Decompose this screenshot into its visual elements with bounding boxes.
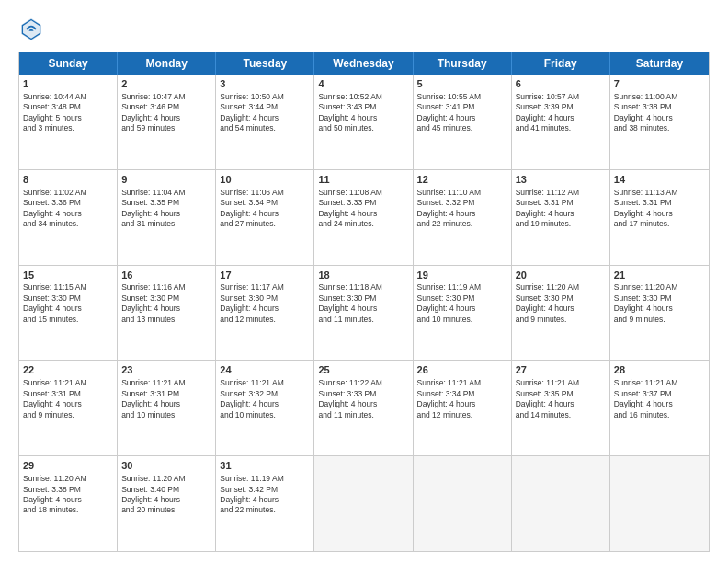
day-info-line: Sunset: 3:43 PM [318, 102, 408, 112]
day-info-line: Daylight: 5 hours [23, 113, 113, 123]
day-info-line: and 41 minutes. [516, 123, 606, 133]
day-info-line: Daylight: 4 hours [516, 209, 606, 219]
day-info-line: Daylight: 4 hours [318, 113, 408, 123]
day-info-line: Daylight: 4 hours [417, 304, 507, 314]
day-cell-25: 25Sunrise: 11:22 AMSunset: 3:33 PMDaylig… [314, 361, 413, 455]
day-info-line: and 12 minutes. [417, 410, 507, 420]
day-info-line: Sunset: 3:32 PM [220, 389, 310, 399]
day-cell-4: 4Sunrise: 10:52 AMSunset: 3:43 PMDayligh… [314, 75, 413, 169]
calendar-body: 1Sunrise: 10:44 AMSunset: 3:48 PMDayligh… [19, 75, 709, 551]
day-info-line: Sunrise: 11:20 AM [614, 282, 705, 293]
day-info-line: Sunrise: 11:21 AM [220, 378, 310, 388]
day-cell-20: 20Sunrise: 11:20 AMSunset: 3:30 PMDaylig… [512, 266, 610, 361]
day-cell-26: 26Sunrise: 11:21 AMSunset: 3:34 PMDaylig… [414, 361, 512, 455]
day-info-line: Sunset: 3:38 PM [23, 485, 113, 495]
day-info-line: and 19 minutes. [516, 219, 606, 229]
day-cell-27: 27Sunrise: 11:21 AMSunset: 3:35 PMDaylig… [512, 361, 610, 455]
day-number: 8 [23, 173, 113, 187]
empty-cell [512, 456, 610, 551]
day-info-line: Daylight: 4 hours [417, 113, 507, 123]
day-info-line: Sunset: 3:34 PM [417, 389, 507, 399]
day-info-line: Daylight: 4 hours [220, 495, 310, 505]
day-cell-29: 29Sunrise: 11:20 AMSunset: 3:38 PMDaylig… [19, 456, 118, 551]
day-cell-30: 30Sunrise: 11:20 AMSunset: 3:40 PMDaylig… [118, 456, 216, 551]
day-info-line: Daylight: 4 hours [614, 304, 705, 314]
day-number: 27 [516, 363, 606, 377]
day-info-line: and 59 minutes. [121, 123, 211, 133]
day-info-line: Sunset: 3:39 PM [516, 102, 606, 112]
day-info-line: Sunrise: 11:18 AM [318, 282, 408, 293]
day-info-line: Sunrise: 11:21 AM [614, 378, 705, 388]
day-info-line: and 17 minutes. [614, 219, 705, 229]
day-info-line: Daylight: 4 hours [614, 209, 705, 219]
day-number: 30 [121, 459, 211, 473]
day-info-line: Daylight: 4 hours [23, 209, 113, 219]
header-day-thursday: Thursday [414, 52, 512, 75]
day-number: 9 [121, 173, 211, 187]
day-number: 20 [516, 269, 606, 282]
day-info-line: and 11 minutes. [318, 410, 408, 420]
day-info-line: Sunset: 3:31 PM [121, 389, 211, 399]
day-info-line: Sunset: 3:30 PM [220, 293, 310, 304]
day-info-line: and 9 minutes. [614, 315, 705, 325]
day-info-line: Daylight: 4 hours [121, 209, 211, 219]
day-cell-12: 12Sunrise: 11:10 AMSunset: 3:32 PMDaylig… [414, 170, 512, 265]
day-number: 31 [220, 459, 310, 473]
day-info-line: Daylight: 4 hours [23, 399, 113, 409]
day-cell-6: 6Sunrise: 10:57 AMSunset: 3:39 PMDayligh… [512, 75, 610, 169]
day-info-line: and 50 minutes. [318, 123, 408, 133]
day-number: 5 [417, 77, 507, 91]
header-day-sunday: Sunday [19, 52, 118, 75]
day-info-line: Daylight: 4 hours [417, 209, 507, 219]
day-info-line: and 13 minutes. [121, 315, 211, 325]
day-info-line: and 34 minutes. [23, 219, 113, 229]
day-info-line: and 38 minutes. [614, 123, 705, 133]
day-info-line: Sunrise: 10:47 AM [121, 92, 211, 102]
day-info-line: Sunset: 3:46 PM [121, 102, 211, 112]
day-info-line: Daylight: 4 hours [516, 399, 606, 409]
day-info-line: Daylight: 4 hours [220, 209, 310, 219]
day-cell-8: 8Sunrise: 11:02 AMSunset: 3:36 PMDayligh… [19, 170, 118, 265]
day-info-line: and 14 minutes. [516, 410, 606, 420]
day-number: 13 [516, 173, 606, 187]
day-info-line: and 10 minutes. [121, 410, 211, 420]
day-info-line: Sunset: 3:44 PM [220, 102, 310, 112]
day-number: 28 [614, 363, 705, 377]
logo [18, 17, 48, 42]
day-info-line: Sunrise: 11:08 AM [318, 188, 408, 198]
day-cell-5: 5Sunrise: 10:55 AMSunset: 3:41 PMDayligh… [414, 75, 512, 169]
day-info-line: Sunset: 3:31 PM [614, 198, 705, 208]
day-info-line: and 15 minutes. [23, 315, 113, 325]
day-info-line: Sunrise: 10:50 AM [220, 92, 310, 102]
day-info-line: Sunset: 3:30 PM [417, 293, 507, 304]
day-info-line: Daylight: 4 hours [220, 304, 310, 314]
day-cell-14: 14Sunrise: 11:13 AMSunset: 3:31 PMDaylig… [610, 170, 709, 265]
day-info-line: Daylight: 4 hours [121, 399, 211, 409]
day-number: 18 [318, 269, 408, 282]
day-info-line: Sunrise: 10:52 AM [318, 92, 408, 102]
day-info-line: Sunset: 3:30 PM [614, 293, 705, 304]
day-number: 15 [23, 269, 113, 282]
page-header [18, 17, 710, 42]
day-info-line: and 27 minutes. [220, 219, 310, 229]
day-info-line: Daylight: 4 hours [318, 304, 408, 314]
calendar-page: SundayMondayTuesdayWednesdayThursdayFrid… [0, 0, 728, 563]
day-info-line: Sunset: 3:31 PM [23, 389, 113, 399]
day-number: 23 [121, 363, 211, 377]
day-number: 24 [220, 363, 310, 377]
day-info-line: Sunrise: 11:20 AM [121, 474, 211, 484]
day-info-line: Daylight: 4 hours [23, 495, 113, 505]
day-cell-17: 17Sunrise: 11:17 AMSunset: 3:30 PMDaylig… [216, 266, 314, 361]
day-number: 25 [318, 363, 408, 377]
day-cell-13: 13Sunrise: 11:12 AMSunset: 3:31 PMDaylig… [512, 170, 610, 265]
day-cell-9: 9Sunrise: 11:04 AMSunset: 3:35 PMDayligh… [118, 170, 216, 265]
day-info-line: Sunset: 3:33 PM [318, 389, 408, 399]
day-info-line: Daylight: 4 hours [417, 399, 507, 409]
day-info-line: Sunrise: 11:13 AM [614, 188, 705, 198]
day-info-line: Sunset: 3:32 PM [417, 198, 507, 208]
day-number: 22 [23, 363, 113, 377]
logo-icon [18, 17, 44, 42]
calendar-header: SundayMondayTuesdayWednesdayThursdayFrid… [19, 52, 709, 75]
day-info-line: Sunset: 3:48 PM [23, 102, 113, 112]
day-cell-15: 15Sunrise: 11:15 AMSunset: 3:30 PMDaylig… [19, 266, 118, 361]
